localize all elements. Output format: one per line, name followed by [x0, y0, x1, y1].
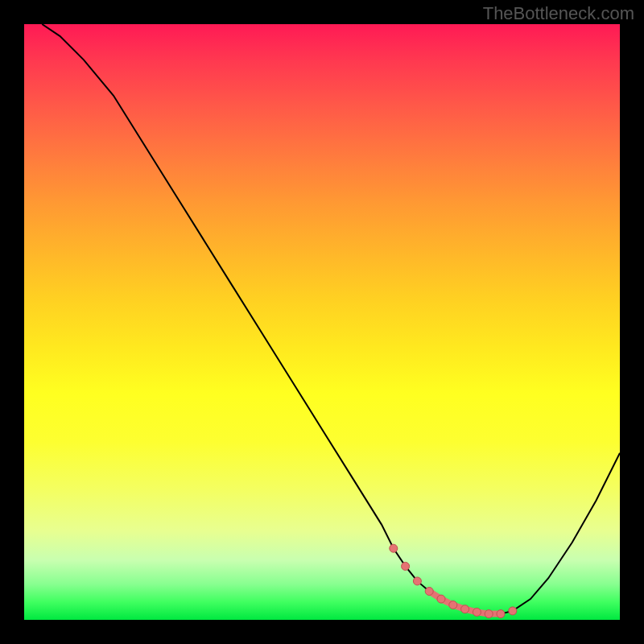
- bottleneck-curve: [42, 24, 620, 614]
- svg-point-10: [437, 595, 445, 603]
- svg-point-9: [425, 588, 433, 596]
- svg-point-6: [390, 544, 398, 552]
- svg-point-15: [497, 610, 505, 618]
- optimal-range-markers: [390, 544, 517, 617]
- svg-point-13: [473, 608, 481, 616]
- chart-svg: [24, 24, 620, 620]
- svg-point-12: [461, 605, 469, 613]
- svg-point-7: [402, 562, 410, 570]
- svg-point-8: [413, 577, 421, 585]
- svg-point-11: [449, 601, 457, 609]
- watermark-text: TheBottleneck.com: [483, 3, 634, 24]
- svg-point-16: [509, 607, 517, 615]
- chart-plot-area: [24, 24, 620, 620]
- svg-point-14: [485, 610, 493, 618]
